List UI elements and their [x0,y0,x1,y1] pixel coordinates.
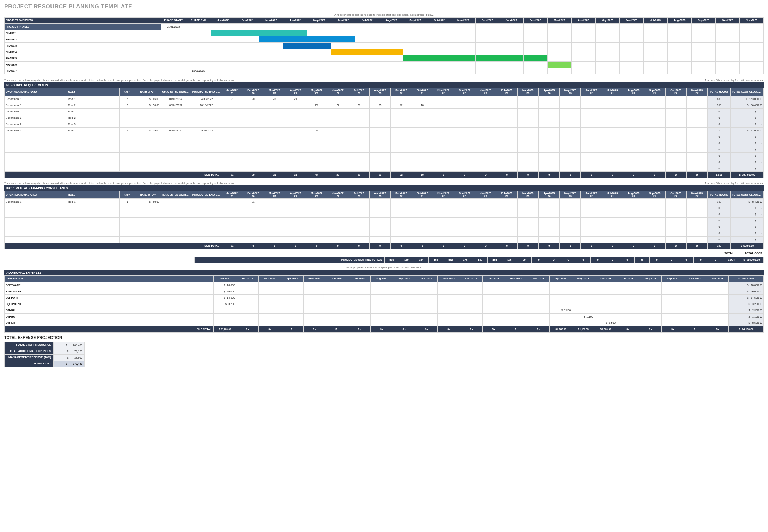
cell-val[interactable] [517,199,538,205]
cell-val[interactable] [369,152,390,159]
cell-end[interactable] [191,218,222,224]
cell-area[interactable]: Department 1 [5,199,67,205]
gantt-cell[interactable] [235,36,259,43]
cell-val[interactable]: 20 [243,96,264,102]
cell-val[interactable] [348,127,369,134]
cell-val[interactable] [517,96,538,102]
cell-role[interactable]: Role 1 [67,108,120,115]
cell-start[interactable] [161,115,191,121]
cell-val[interactable] [602,108,623,115]
cell-val[interactable] [475,115,496,121]
cell-amount[interactable] [393,320,415,326]
gantt-cell[interactable] [379,30,403,36]
cell-val[interactable] [327,96,348,102]
cell-val[interactable] [306,115,327,121]
gantt-cell[interactable] [427,36,451,43]
gantt-cell[interactable] [331,55,355,62]
cell-val[interactable] [496,230,517,237]
gantt-cell[interactable] [571,43,596,49]
cell-end[interactable] [191,121,222,127]
cell-amount[interactable] [371,282,393,288]
cell-val[interactable] [538,237,559,243]
cell-val[interactable] [475,127,496,134]
cell-val[interactable] [348,108,369,115]
cell-val[interactable] [623,218,644,224]
cell-val[interactable] [623,199,644,205]
cell-area[interactable]: Department 2 [5,115,67,121]
cell-role[interactable]: Role 3 [67,121,120,127]
cell-val[interactable] [285,224,306,230]
cell-val[interactable] [581,96,602,102]
gantt-cell[interactable] [403,24,427,30]
gantt-cell[interactable] [211,49,235,55]
phase-start[interactable] [161,55,186,62]
cell-val[interactable] [327,121,348,127]
cell-amount[interactable] [572,307,594,314]
gantt-cell[interactable] [692,43,716,49]
cell-val[interactable] [665,211,686,218]
phase-start[interactable] [161,49,186,55]
cell-val[interactable] [390,134,412,140]
gantt-cell[interactable] [499,43,524,49]
cell-amount[interactable] [661,314,684,320]
gantt-cell[interactable] [644,43,668,49]
gantt-cell[interactable] [644,30,668,36]
gantt-cell[interactable] [692,55,716,62]
gantt-cell[interactable] [571,36,596,43]
cell-val[interactable] [369,237,390,243]
cell-rate[interactable] [135,237,161,243]
cell-val[interactable] [538,127,559,134]
cell-val[interactable]: 23 [264,96,285,102]
cell-role[interactable] [67,237,120,243]
gantt-cell[interactable] [499,24,524,30]
cell-amount[interactable] [258,295,281,301]
cell-val[interactable]: 22 [390,102,412,108]
cell-val[interactable] [496,121,517,127]
cell-val[interactable] [560,224,581,230]
cell-val[interactable] [496,224,517,230]
cell-val[interactable] [222,102,243,108]
cell-val[interactable] [517,140,538,146]
cell-amount[interactable] [303,320,326,326]
cell-val[interactable] [560,96,581,102]
cell-val[interactable] [517,205,538,211]
cell-amount[interactable] [550,288,572,295]
gantt-cell[interactable] [548,43,572,49]
gantt-cell[interactable] [692,68,716,74]
cell-val[interactable] [560,199,581,205]
cell-val[interactable] [390,96,412,102]
cell-amount[interactable] [303,288,326,295]
cell-val[interactable] [665,199,686,205]
cell-val[interactable] [496,127,517,134]
cell-amount[interactable] [482,295,505,301]
cell-qty[interactable] [120,218,135,224]
cell-val[interactable] [412,159,433,165]
cell-val[interactable] [285,121,306,127]
cell-amount[interactable] [684,307,706,314]
gantt-cell[interactable] [451,68,476,74]
gantt-cell[interactable] [548,68,572,74]
cell-val[interactable] [243,140,264,146]
cell-qty[interactable]: 1 [120,199,135,205]
cell-val[interactable] [327,159,348,165]
cell-val[interactable] [496,115,517,121]
cell-rate[interactable] [135,230,161,237]
cell-end[interactable] [191,159,222,165]
cell-start[interactable] [161,205,191,211]
cell-val[interactable]: 23 [369,102,390,108]
cell-val[interactable] [369,159,390,165]
cell-amount[interactable] [482,320,505,326]
cell-val[interactable] [644,115,665,121]
cell-val[interactable] [538,115,559,121]
cell-amount[interactable] [505,295,527,301]
cell-amount[interactable] [482,314,505,320]
cell-amount[interactable] [393,288,415,295]
cell-start[interactable] [161,140,191,146]
cell-val[interactable] [306,146,327,152]
cell-val[interactable] [496,96,517,102]
gantt-cell[interactable] [571,62,596,68]
gantt-cell[interactable] [692,49,716,55]
phase-end[interactable] [186,30,211,36]
cell-amount[interactable] [236,288,259,295]
cell-val[interactable] [475,134,496,140]
